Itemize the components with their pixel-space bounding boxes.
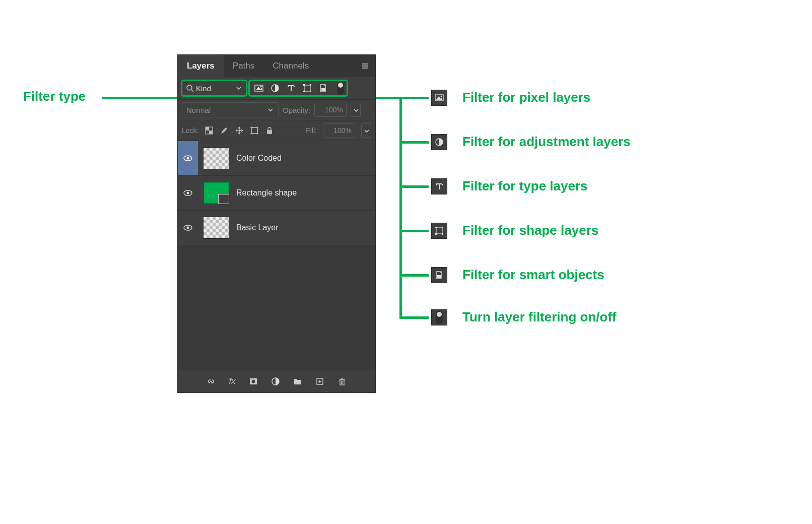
fx-icon[interactable]: fx <box>229 376 235 386</box>
lock-transparent-icon[interactable] <box>205 126 214 135</box>
connector-line <box>399 316 429 319</box>
legend-label: Filter for smart objects <box>462 267 604 283</box>
layers-empty-area <box>178 245 375 370</box>
lock-label: Lock: <box>182 126 198 135</box>
filter-icons-group <box>249 81 347 96</box>
connector-line <box>399 141 429 144</box>
filter-kind-dropdown[interactable]: Kind <box>182 81 246 96</box>
diagram-stage: Filter type Layers Paths Channels Kind <box>0 0 812 524</box>
filter-pixel-icon[interactable] <box>254 84 263 93</box>
panel-tabs: Layers Paths Channels <box>178 55 375 77</box>
connector-line <box>376 97 402 99</box>
adjustment-icon[interactable] <box>271 377 280 386</box>
lock-row: Lock: Fill: 100% <box>178 120 375 141</box>
lock-all-icon[interactable] <box>265 126 274 135</box>
chevron-down-icon <box>267 106 274 113</box>
new-layer-icon[interactable] <box>315 377 324 386</box>
filter-shape-icon[interactable] <box>303 84 312 93</box>
panel-footer: fx <box>178 370 375 392</box>
visibility-toggle[interactable] <box>178 224 198 232</box>
legend-label: Turn layer filtering on/off <box>462 309 617 325</box>
legend-label: Filter for shape layers <box>462 223 598 238</box>
filter-row: Kind <box>178 77 375 99</box>
link-icon[interactable] <box>207 377 216 385</box>
opacity-stepper[interactable] <box>351 103 361 117</box>
opacity-value[interactable]: 100% <box>314 103 347 117</box>
connector-line <box>399 274 429 277</box>
tab-paths[interactable]: Paths <box>224 55 263 77</box>
lock-artboard-icon[interactable] <box>250 126 259 135</box>
layer-row[interactable]: Basic Layer <box>178 211 375 245</box>
filter-smartobject-icon <box>431 267 447 283</box>
filter-adjustment-icon[interactable] <box>270 84 280 93</box>
mask-icon[interactable] <box>249 377 258 386</box>
lock-image-icon[interactable] <box>220 126 229 135</box>
chevron-down-icon <box>235 85 242 92</box>
legend-row: Filter for shape layers <box>431 223 447 239</box>
filter-toggle-icon <box>431 309 447 325</box>
filter-pixel-icon <box>431 90 447 106</box>
legend-row: Turn layer filtering on/off <box>431 309 447 325</box>
panel-menu-button[interactable] <box>355 55 375 77</box>
visibility-toggle[interactable] <box>178 189 198 197</box>
layers-panel: Layers Paths Channels Kind No <box>177 54 376 393</box>
filter-kind-label: Kind <box>196 84 211 93</box>
legend-label: Filter for adjustment layers <box>462 134 631 150</box>
legend-row: Filter for smart objects <box>431 267 447 283</box>
connector-line <box>102 97 178 99</box>
filter-toggle-icon[interactable] <box>337 82 344 95</box>
layer-thumbnail[interactable] <box>203 182 229 204</box>
layer-thumbnail[interactable] <box>203 217 229 239</box>
legend-row: Filter for adjustment layers <box>431 134 447 150</box>
connector-line <box>399 97 429 99</box>
layers-list: Color Coded Rectangle shape Basic Layer <box>178 141 375 245</box>
filter-adjustment-icon <box>431 134 447 150</box>
annotation-filter-type: Filter type <box>23 89 86 104</box>
filter-smartobject-icon[interactable] <box>319 84 328 93</box>
connector-line <box>399 230 429 232</box>
tab-layers[interactable]: Layers <box>178 55 224 77</box>
blend-row: Normal Opacity: 100% <box>178 99 375 120</box>
search-icon <box>186 84 194 92</box>
trash-icon[interactable] <box>337 377 347 386</box>
layer-thumbnail[interactable] <box>203 147 229 169</box>
filter-shape-icon <box>431 223 447 239</box>
blend-mode-value: Normal <box>186 106 211 114</box>
layer-name[interactable]: Color Coded <box>236 154 282 163</box>
visibility-toggle[interactable] <box>178 141 198 175</box>
tab-channels[interactable]: Channels <box>263 55 318 77</box>
legend-row: Filter for type layers <box>431 178 447 194</box>
blend-mode-dropdown[interactable]: Normal <box>182 102 279 117</box>
fill-value[interactable]: 100% <box>323 123 355 138</box>
connector-line <box>399 185 429 188</box>
filter-type-icon <box>431 178 447 194</box>
layer-row[interactable]: Color Coded <box>178 141 375 176</box>
lock-position-icon[interactable] <box>235 126 244 135</box>
layer-row[interactable]: Rectangle shape <box>178 176 375 211</box>
group-icon[interactable] <box>293 377 302 386</box>
layer-name[interactable]: Basic Layer <box>236 223 279 232</box>
legend-label: Filter for pixel layers <box>462 90 590 105</box>
legend-label: Filter for type layers <box>462 178 588 194</box>
opacity-label: Opacity: <box>283 106 310 114</box>
fill-label: Fill: <box>306 126 317 135</box>
legend-row: Filter for pixel layers <box>431 90 447 106</box>
connector-line <box>399 97 402 319</box>
fill-stepper[interactable] <box>361 123 371 138</box>
filter-type-icon[interactable] <box>287 84 296 93</box>
layer-name[interactable]: Rectangle shape <box>236 188 297 198</box>
